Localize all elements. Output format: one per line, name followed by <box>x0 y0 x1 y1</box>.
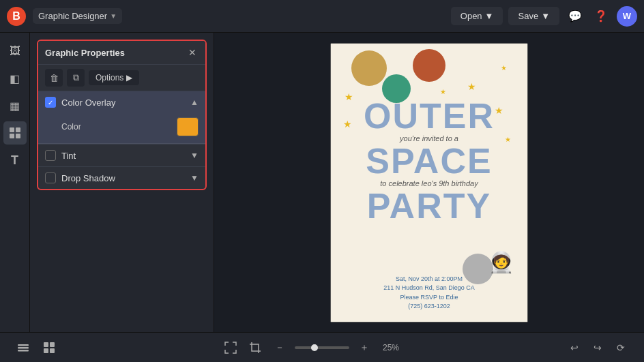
color-overlay-collapse-icon[interactable]: ▲ <box>190 97 199 107</box>
options-chevron-icon: ▶ <box>126 73 132 82</box>
zoom-slider-thumb <box>311 344 318 351</box>
svg-rect-10 <box>50 348 55 353</box>
drop-shadow-expand-icon: ▼ <box>190 173 199 183</box>
panel-toolbar: 🗑 ⧉ Options ▶ <box>38 65 205 91</box>
card-footer-rsvp: Please RSVP to Edie <box>331 293 527 303</box>
bottom-toolbar: － ＋ 25% ↩ ↪ ⟳ <box>0 332 644 362</box>
graphic-properties-panel: Graphic Properties ✕ 🗑 ⧉ Options ▶ ✓ Col… <box>37 40 207 190</box>
sidebar-item-text[interactable]: T <box>3 149 27 172</box>
color-overlay-header: ✓ Color Overlay ▲ <box>38 91 205 113</box>
card-space-word: SPACE <box>331 143 527 179</box>
chat-icon[interactable]: 💬 <box>565 6 585 27</box>
card-planets <box>331 44 527 105</box>
drop-shadow-label: Drop Shadow <box>61 173 115 183</box>
sidebar-item-layers[interactable]: ◧ <box>3 67 27 90</box>
app-logo[interactable]: B <box>7 7 26 26</box>
panel-area: Graphic Properties ✕ 🗑 ⧉ Options ▶ ✓ Col… <box>30 33 214 332</box>
save-button[interactable]: Save ▼ <box>508 7 559 25</box>
card-background: ★ ★ ★ ★ ★ ★ ★ <box>331 44 527 322</box>
sidebar-item-grid[interactable]: ▦ <box>3 94 27 117</box>
color-overlay-left: ✓ Color Overlay <box>45 97 115 108</box>
app-name-button[interactable]: Graphic Designer ▼ <box>33 8 122 24</box>
sidebar-item-image[interactable]: 🖼 <box>3 40 27 63</box>
zoom-out-icon[interactable]: － <box>270 338 289 357</box>
drop-shadow-checkbox[interactable] <box>45 172 56 183</box>
svg-rect-8 <box>50 342 55 347</box>
zoom-slider[interactable] <box>295 346 349 349</box>
card-text-block: OUTER you're invited to a SPACE to celeb… <box>331 98 527 224</box>
svg-rect-9 <box>44 348 48 353</box>
color-overlay-label: Color Overlay <box>61 97 115 108</box>
save-chevron-icon: ▼ <box>541 11 550 21</box>
color-overlay-section: ✓ Color Overlay ▲ Color <box>38 91 205 144</box>
bottom-center: － ＋ 25% <box>221 338 403 357</box>
tint-label: Tint <box>61 151 76 161</box>
card-footer: Sat, Nov 20th at 2:00PM 211 N Hudson Rd,… <box>331 275 527 312</box>
tint-expand-icon: ▼ <box>190 151 199 160</box>
canvas-image[interactable]: ★ ★ ★ ★ ★ ★ ★ <box>330 43 528 322</box>
layers-icon[interactable] <box>14 338 33 357</box>
app-name-label: Graphic Designer <box>38 11 107 21</box>
card-footer-date: Sat, Nov 20th at 2:00PM <box>331 275 527 284</box>
svg-rect-7 <box>44 342 48 347</box>
card-footer-address: 211 N Hudson Rd, San Diego CA <box>331 284 527 293</box>
tint-checkbox[interactable] <box>45 150 56 161</box>
panel-title: Graphic Properties <box>45 48 125 58</box>
bottom-right: ↩ ↪ ⟳ <box>565 338 630 357</box>
main-layout: 🖼 ◧ ▦ T Graphic Properties ✕ 🗑 ⧉ <box>0 33 644 332</box>
svg-rect-0 <box>10 127 14 132</box>
color-overlay-checkbox[interactable]: ✓ <box>45 97 56 108</box>
card-footer-phone: (725) 623-1202 <box>331 302 527 312</box>
card-astronaut-icon: 🧑‍🚀 <box>488 250 514 274</box>
canvas-area: ★ ★ ★ ★ ★ ★ ★ <box>214 33 644 332</box>
help-icon[interactable]: ❓ <box>591 6 611 27</box>
panel-close-button[interactable]: ✕ <box>186 46 199 59</box>
drop-shadow-row[interactable]: Drop Shadow ▼ <box>38 166 205 189</box>
svg-rect-2 <box>10 134 14 138</box>
app-name-chevron-icon: ▼ <box>110 12 117 20</box>
avatar[interactable]: W <box>617 6 637 27</box>
zoom-in-icon[interactable]: ＋ <box>355 338 374 357</box>
undo-button[interactable]: ↩ <box>565 338 584 357</box>
copy-button[interactable]: ⧉ <box>67 69 85 87</box>
redo-button[interactable]: ↪ <box>588 338 607 357</box>
open-chevron-icon: ▼ <box>485 11 494 21</box>
planet-red <box>413 49 445 82</box>
svg-rect-4 <box>18 344 29 346</box>
svg-rect-3 <box>16 134 20 138</box>
drop-shadow-left: Drop Shadow <box>45 172 115 183</box>
crop-icon[interactable] <box>246 338 265 357</box>
sidebar: 🖼 ◧ ▦ T <box>0 33 30 332</box>
canvas-content: ★ ★ ★ ★ ★ ★ ★ <box>330 43 528 322</box>
zoom-display: 25% <box>379 343 403 352</box>
topbar: B Graphic Designer ▼ Open ▼ Save ▼ 💬 ❓ W <box>0 0 644 33</box>
fit-screen-icon[interactable] <box>221 338 240 357</box>
delete-button[interactable]: 🗑 <box>45 69 63 87</box>
options-button[interactable]: Options ▶ <box>89 70 139 85</box>
topbar-right: Open ▼ Save ▼ 💬 ❓ W <box>451 6 637 27</box>
tint-left: Tint <box>45 150 76 161</box>
svg-rect-6 <box>18 350 29 352</box>
bottom-left <box>14 338 59 357</box>
color-label: Color <box>61 122 81 132</box>
card-party-word: PARTY <box>331 188 527 224</box>
color-swatch[interactable] <box>177 117 199 136</box>
panel-header: Graphic Properties ✕ <box>38 41 205 65</box>
card-outer-word: OUTER <box>331 98 527 134</box>
open-button[interactable]: Open ▼ <box>451 7 503 25</box>
color-picker-row: Color <box>38 113 205 143</box>
tint-row[interactable]: Tint ▼ <box>38 144 205 166</box>
svg-rect-1 <box>16 127 20 132</box>
planet-orange <box>351 50 387 86</box>
history-button[interactable]: ⟳ <box>611 338 630 357</box>
sidebar-item-group[interactable] <box>3 121 27 145</box>
svg-rect-5 <box>18 347 29 349</box>
grid-view-icon[interactable] <box>40 338 59 357</box>
